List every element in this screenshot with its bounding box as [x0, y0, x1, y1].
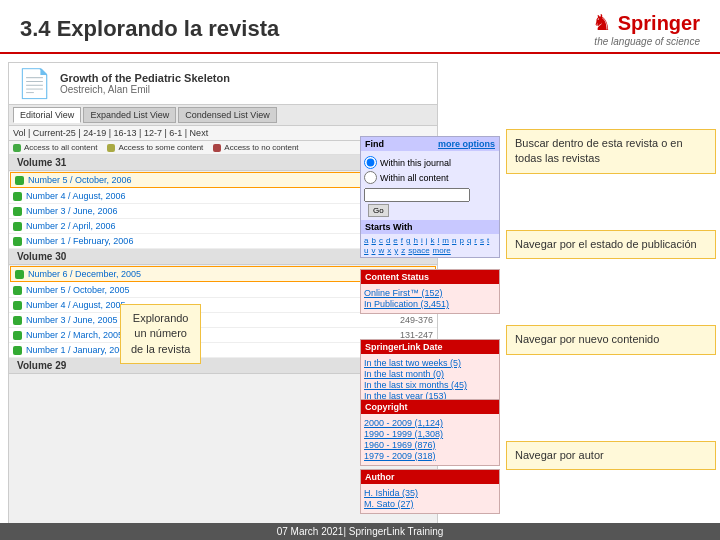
- date-two-weeks[interactable]: In the last two weeks (5): [364, 358, 496, 368]
- alphabet-grid: a b c d e f g h i j k l m n p q r s t u …: [361, 234, 499, 257]
- alpha-n[interactable]: n: [451, 236, 457, 245]
- entry-label: Number 3 / June, 2005: [26, 315, 400, 325]
- alpha-v[interactable]: v: [370, 246, 376, 255]
- author-sato[interactable]: M. Sato (27): [364, 499, 496, 509]
- book-author: Oestreich, Alan Emil: [60, 84, 230, 95]
- entry-dot-icon: [13, 222, 22, 231]
- alpha-f[interactable]: f: [400, 236, 404, 245]
- date-one-month[interactable]: In the last month (0): [364, 369, 496, 379]
- find-search-input[interactable]: [364, 188, 470, 202]
- callout-new-content: Navegar por nuevo contenido: [506, 325, 716, 354]
- nav-info: Vol | Current-25 | 24-19 | 16-13 | 12-7 …: [13, 128, 208, 138]
- content-status-panel: Content Status Online First™ (152) In Pu…: [360, 269, 500, 314]
- alpha-p[interactable]: p: [458, 236, 464, 245]
- exploring-line2: un número: [131, 326, 190, 341]
- find-panel: Find more options Within this journal Wi…: [360, 136, 500, 258]
- alpha-a[interactable]: a: [363, 236, 369, 245]
- copyright-1960-1969[interactable]: 1960 - 1969 (876): [364, 440, 496, 450]
- view-tabs: Editorial View Expanded List View Conden…: [9, 105, 437, 126]
- alpha-b[interactable]: b: [370, 236, 376, 245]
- alpha-m[interactable]: m: [441, 236, 450, 245]
- entry-label: Number 2 / April, 2006: [26, 221, 400, 231]
- alpha-r[interactable]: r: [473, 236, 478, 245]
- tab-condensed[interactable]: Condensed List View: [178, 107, 276, 123]
- alpha-c[interactable]: c: [378, 236, 384, 245]
- find-within-journal: Within this journal: [364, 156, 496, 169]
- entry-label: Number 5 / October, 2006: [28, 175, 398, 185]
- alpha-w[interactable]: w: [377, 246, 385, 255]
- alpha-x[interactable]: x: [386, 246, 392, 255]
- alpha-z[interactable]: z: [400, 246, 406, 255]
- callout-publication-status: Navegar por el estado de publicación: [506, 230, 716, 259]
- springer-tagline: the language of science: [594, 36, 700, 47]
- entry-v30-3[interactable]: Number 3 / June, 2005 249-376: [9, 313, 437, 328]
- access-all: Access to all content: [13, 143, 97, 152]
- dot-green: [13, 144, 21, 152]
- book-title: Growth of the Pediatric Skeleton: [60, 72, 230, 84]
- author-ishida[interactable]: H. Ishida (35): [364, 488, 496, 498]
- access-all-label: Access to all content: [24, 143, 97, 152]
- alpha-j[interactable]: j: [425, 236, 429, 245]
- alpha-q[interactable]: q: [466, 236, 472, 245]
- author-items: H. Ishida (35) M. Sato (27): [361, 484, 499, 513]
- starts-with-header: Starts With: [361, 220, 499, 234]
- entry-dot-icon: [13, 331, 22, 340]
- content-status-items: Online First™ (152) In Publication (3,45…: [361, 284, 499, 313]
- radio-within-all[interactable]: [364, 171, 377, 184]
- dot-yellow: [107, 144, 115, 152]
- alpha-space[interactable]: space: [407, 246, 430, 255]
- find-header: Find more options: [361, 137, 499, 151]
- access-none-label: Access to no content: [224, 143, 298, 152]
- author-header: Author: [361, 470, 499, 484]
- alpha-k[interactable]: k: [430, 236, 436, 245]
- author-panel: Author H. Ishida (35) M. Sato (27): [360, 469, 500, 514]
- entry-pages: 249-376: [400, 315, 433, 325]
- header: 3.4 Explorando la revista ♞ Springer the…: [0, 0, 720, 54]
- alpha-e[interactable]: e: [392, 236, 398, 245]
- alpha-d[interactable]: d: [385, 236, 391, 245]
- springer-name: Springer: [618, 12, 700, 35]
- entry-label: Number 1 / January, 2004: [26, 345, 410, 355]
- entry-dot-icon: [13, 237, 22, 246]
- alpha-s[interactable]: s: [479, 236, 485, 245]
- springer-date-header: SpringerLink Date: [361, 340, 499, 354]
- book-info: Growth of the Pediatric Skeleton Oestrei…: [60, 72, 230, 95]
- entry-label: Number 4 / August, 2006: [26, 191, 400, 201]
- copyright-1979-2009[interactable]: 1979 - 2009 (318): [364, 451, 496, 461]
- entry-dot-icon: [13, 316, 22, 325]
- tab-editorial[interactable]: Editorial View: [13, 107, 81, 123]
- entry-label: Number 2 / March, 2005: [26, 330, 400, 340]
- alpha-t[interactable]: t: [486, 236, 490, 245]
- access-none: Access to no content: [213, 143, 298, 152]
- alpha-h[interactable]: h: [413, 236, 419, 245]
- copyright-2000-2009[interactable]: 2000 - 2009 (1,124): [364, 418, 496, 428]
- alpha-i[interactable]: i: [420, 236, 424, 245]
- entry-label: Number 4 / August, 2005: [26, 300, 400, 310]
- alpha-g[interactable]: g: [405, 236, 411, 245]
- tab-expanded[interactable]: Expanded List View: [83, 107, 176, 123]
- alpha-l[interactable]: l: [437, 236, 441, 245]
- entry-label: Number 3 / June, 2006: [26, 206, 400, 216]
- copyright-items: 2000 - 2009 (1,124) 1990 - 1999 (1,308) …: [361, 414, 499, 465]
- springer-logo: ♞ Springer the language of science: [592, 10, 700, 47]
- radio-within-journal[interactable]: [364, 156, 377, 169]
- main-area: 📄 Growth of the Pediatric Skeleton Oestr…: [0, 54, 720, 534]
- alpha-more[interactable]: more: [432, 246, 452, 255]
- dot-red: [213, 144, 221, 152]
- find-more-options[interactable]: more options: [438, 139, 495, 149]
- status-online-first[interactable]: Online First™ (152): [364, 288, 496, 298]
- alpha-y[interactable]: y: [393, 246, 399, 255]
- find-within-all: Within all content: [364, 171, 496, 184]
- springer-date-items: In the last two weeks (5) In the last mo…: [361, 354, 499, 405]
- access-some-label: Access to some content: [118, 143, 203, 152]
- entry-dot-icon: [15, 176, 24, 185]
- status-in-publication[interactable]: In Publication (3,451): [364, 299, 496, 309]
- find-go-button[interactable]: Go: [368, 204, 389, 217]
- find-title: Find: [365, 139, 384, 149]
- footer: 07 March 2021| SpringerLink Training: [0, 523, 720, 540]
- copyright-1990-1999[interactable]: 1990 - 1999 (1,308): [364, 429, 496, 439]
- date-six-months[interactable]: In the last six months (45): [364, 380, 496, 390]
- exploring-line3: de la revista: [131, 342, 190, 357]
- within-all-label: Within all content: [380, 173, 449, 183]
- alpha-u[interactable]: u: [363, 246, 369, 255]
